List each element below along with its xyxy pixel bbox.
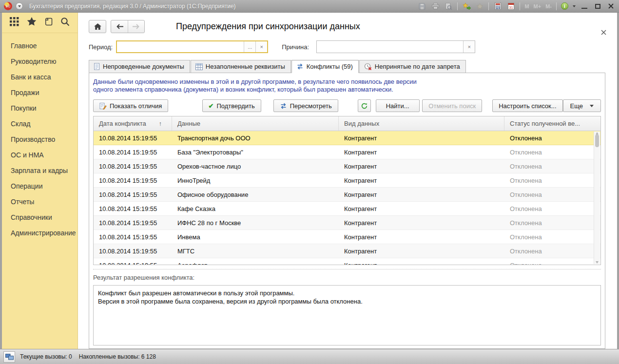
cell-data: Орехов-частное лицо: [172, 159, 339, 173]
table-row[interactable]: 10.08.2014 15:19:55 Аэрофлот Контрагент …: [94, 258, 600, 265]
tab-conflicts[interactable]: Конфликты (59): [291, 60, 359, 73]
cell-status: Отклонена: [504, 202, 594, 215]
reason-input[interactable]: [317, 41, 463, 53]
minimize-button[interactable]: [580, 2, 589, 11]
show-differences-button[interactable]: Показать отличия: [93, 99, 168, 112]
sidebar-item-7[interactable]: ОС и НМА: [2, 147, 77, 163]
memory-m-minus-button[interactable]: M-: [545, 3, 552, 9]
vertical-scrollbar[interactable]: [594, 132, 600, 264]
sidebar-item-8[interactable]: Зарплата и кадры: [2, 163, 77, 178]
refresh-button[interactable]: [358, 99, 371, 112]
tab-rejected-by-date[interactable]: Непринятые по дате запрета: [359, 60, 466, 73]
table-row[interactable]: 10.08.2014 15:19:55 Транспортная дочь ОО…: [94, 131, 600, 145]
period-clear-button[interactable]: ×: [255, 41, 267, 52]
cell-data-kind: Контрагент: [339, 159, 504, 173]
cell-status: Отклонена: [504, 188, 594, 201]
page-title: Предупреждения при синхронизации данных: [176, 21, 360, 32]
print-icon[interactable]: [431, 2, 440, 11]
favorites-star-icon[interactable]: [27, 17, 37, 28]
confirm-button[interactable]: ✔ Подтвердить: [202, 99, 261, 112]
search-icon[interactable]: [60, 17, 70, 28]
list-toolbar: Показать отличия ✔ Подтвердить Пересмотр…: [93, 99, 601, 112]
sidebar-item-12[interactable]: Администрирование: [2, 225, 77, 241]
column-header-date[interactable]: Дата конфликта ↑: [94, 116, 172, 131]
close-window-button[interactable]: [606, 2, 615, 11]
performance-indicator-button[interactable]: [3, 351, 15, 363]
window-title: Бухгалтерия предприятия, редакция 3.0 / …: [29, 3, 414, 10]
sidebar-item-2[interactable]: Банк и касса: [2, 69, 77, 85]
sidebar-item-0[interactable]: Главное: [2, 38, 77, 54]
favorites-icon[interactable]: [475, 2, 484, 11]
table-row[interactable]: 10.08.2014 15:19:55 Офисное оборудование…: [94, 188, 600, 202]
sidebar-item-9[interactable]: Операции: [2, 178, 77, 194]
tab-label: Незаполненные реквизиты: [206, 63, 285, 70]
column-header-status[interactable]: Статус полученной ве...: [504, 116, 594, 131]
configure-list-button[interactable]: Настроить список...: [492, 99, 562, 112]
cell-conflict-date: 10.08.2014 15:19:55: [94, 244, 172, 258]
sidebar-item-10[interactable]: Отчеты: [2, 194, 77, 210]
sidebar-item-6[interactable]: Производство: [2, 132, 77, 147]
result-label: Результат разрешения конфликта:: [93, 274, 601, 281]
cell-data-kind: Контрагент: [339, 188, 504, 201]
table-row[interactable]: 10.08.2014 15:19:55 ИнноТрейд Контрагент…: [94, 173, 600, 188]
result-line-2: Версия в этой программе была сохранена, …: [98, 297, 596, 306]
review-button[interactable]: Пересмотреть: [273, 99, 338, 112]
tab-unposted-documents[interactable]: Непроведенные документы: [89, 60, 190, 73]
memory-m-plus-button[interactable]: M+: [534, 3, 542, 9]
cell-conflict-date: 10.08.2014 15:19:55: [94, 216, 172, 230]
period-picker-button[interactable]: ...: [244, 41, 255, 52]
table-row[interactable]: 10.08.2014 15:19:55 МГТС Контрагент Откл…: [94, 244, 600, 258]
sidebar-item-11[interactable]: Справочники: [2, 210, 77, 225]
sidebar-item-4[interactable]: Покупки: [2, 100, 77, 116]
maximize-icon: [595, 4, 600, 9]
column-header-kind[interactable]: Вид данных: [339, 116, 504, 131]
cell-data-kind: Контрагент: [339, 145, 504, 159]
cell-data: База "Электротовары": [172, 145, 339, 159]
save-icon[interactable]: [418, 2, 426, 11]
calculator-icon[interactable]: [493, 2, 502, 11]
tab-label: Непринятые по дате запрета: [375, 63, 460, 70]
sidebar-item-5[interactable]: Склад: [2, 116, 77, 132]
column-header-data[interactable]: Данные: [172, 116, 339, 131]
button-label: Еще: [570, 102, 583, 110]
sections-sidebar: ГлавноеРуководителюБанк и кассаПродажиПо…: [2, 13, 78, 349]
sidebar-item-1[interactable]: Руководителю: [2, 54, 77, 69]
sync-conflict-icon: [296, 63, 304, 70]
history-icon[interactable]: [44, 17, 53, 28]
calendar-icon[interactable]: 31: [506, 2, 515, 11]
system-menu-button[interactable]: [16, 2, 23, 10]
table-row[interactable]: 10.08.2014 15:19:55 База "Электротовары"…: [94, 145, 600, 159]
back-button[interactable]: [111, 20, 128, 33]
titlebar-separator: [556, 2, 557, 10]
close-form-button[interactable]: [600, 28, 607, 36]
add-to-favorites-icon[interactable]: [462, 2, 471, 11]
more-button[interactable]: Еще: [563, 99, 601, 112]
scroll-down-icon[interactable]: [596, 261, 599, 264]
cell-conflict-date: 10.08.2014 15:19:55: [94, 188, 172, 201]
table-icon: [195, 63, 203, 70]
chevron-down-icon[interactable]: [573, 5, 576, 7]
tab-unfilled-attributes[interactable]: Незаполненные реквизиты: [191, 60, 291, 73]
cell-conflict-date: 10.08.2014 15:19:55: [94, 258, 172, 265]
menu-grid-icon[interactable]: [10, 17, 19, 28]
info-icon[interactable]: i: [561, 2, 568, 10]
period-input[interactable]: [117, 41, 244, 52]
home-button[interactable]: [89, 20, 106, 33]
cell-data: Офисное оборудование: [172, 188, 339, 201]
cell-conflict-date: 10.08.2014 15:19:55: [94, 173, 172, 187]
sidebar-item-3[interactable]: Продажи: [2, 85, 77, 100]
forward-button[interactable]: [128, 20, 144, 33]
scrollbar-thumb[interactable]: [595, 134, 599, 147]
info-line-1: Данные были одновременно изменены в этой…: [93, 78, 601, 86]
maximize-button[interactable]: [593, 2, 602, 11]
table-row[interactable]: 10.08.2014 15:19:55 Инвема Контрагент От…: [94, 230, 600, 244]
memory-m-button[interactable]: M: [524, 3, 529, 9]
table-row[interactable]: 10.08.2014 15:19:55 Орехов-частное лицо …: [94, 159, 600, 173]
table-row[interactable]: 10.08.2014 15:19:55 ИФНС 28 по г Москве …: [94, 216, 600, 230]
table-row[interactable]: 10.08.2014 15:19:55 Кафе Сказка Контраге…: [94, 202, 600, 216]
cancel-search-button[interactable]: Отменить поиск: [422, 99, 482, 112]
reason-clear-button[interactable]: ×: [463, 41, 475, 53]
find-button[interactable]: Найти...: [376, 99, 420, 112]
print-preview-icon[interactable]: [444, 2, 453, 11]
cell-data: Инвема: [172, 230, 339, 244]
